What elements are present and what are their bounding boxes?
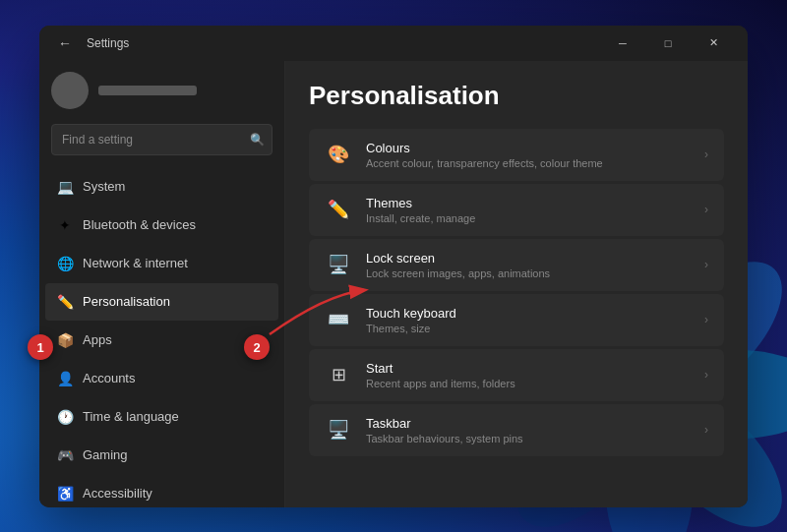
sidebar-item-label-accessibility: Accessibility <box>83 486 152 501</box>
touch-keyboard-name: Touch keyboard <box>366 306 691 321</box>
avatar <box>51 72 89 109</box>
sidebar-item-system[interactable]: 💻System <box>45 168 278 206</box>
back-button[interactable]: ← <box>51 30 79 57</box>
apps-icon: 📦 <box>57 332 73 348</box>
setting-item-touch-keyboard[interactable]: ⌨️Touch keyboardThemes, size› <box>309 294 724 346</box>
sidebar-item-label-system: System <box>83 179 125 194</box>
sidebar-item-accounts[interactable]: 👤Accounts <box>45 360 278 397</box>
colours-text: ColoursAccent colour, transparency effec… <box>366 141 691 169</box>
themes-icon: ✏️ <box>325 196 352 223</box>
sidebar-item-label-apps: Apps <box>83 332 112 347</box>
sidebar-item-apps[interactable]: 📦Apps <box>45 322 278 359</box>
sidebar-item-personalisation[interactable]: ✏️Personalisation <box>45 283 278 321</box>
start-name: Start <box>366 361 691 376</box>
touch-keyboard-text: Touch keyboardThemes, size <box>366 306 691 334</box>
start-text: StartRecent apps and items, folders <box>366 361 691 389</box>
sidebar-item-label-personalisation: Personalisation <box>83 294 170 309</box>
annotation-1: 1 <box>28 334 53 360</box>
sidebar: 🔍 💻System✦Bluetooth & devices🌐Network & … <box>39 61 285 507</box>
themes-name: Themes <box>366 196 691 210</box>
setting-item-colours[interactable]: 🎨ColoursAccent colour, transparency effe… <box>309 129 724 181</box>
accessibility-icon: ♿ <box>57 486 73 502</box>
start-chevron-icon: › <box>704 368 708 382</box>
minimize-button[interactable]: ─ <box>600 28 645 59</box>
themes-chevron-icon: › <box>704 203 708 216</box>
sidebar-nav: 💻System✦Bluetooth & devices🌐Network & in… <box>39 163 284 507</box>
touch-keyboard-chevron-icon: › <box>704 313 708 326</box>
accounts-icon: 👤 <box>57 371 73 386</box>
settings-window: ← Settings ─ □ ✕ 🔍 💻System✦Bluetooth & d… <box>39 26 748 507</box>
title-bar: ← Settings ─ □ ✕ <box>39 26 748 61</box>
close-button[interactable]: ✕ <box>691 28 736 59</box>
taskbar-desc: Taskbar behaviours, system pins <box>366 433 691 444</box>
lock-screen-text: Lock screenLock screen images, apps, ani… <box>366 251 691 279</box>
search-input[interactable] <box>51 124 272 155</box>
lock-screen-icon: 🖥️ <box>325 251 352 278</box>
setting-item-themes[interactable]: ✏️ThemesInstall, create, manage› <box>309 184 724 236</box>
taskbar-icon: 🖥️ <box>325 416 352 443</box>
colours-chevron-icon: › <box>704 148 708 161</box>
network-icon: 🌐 <box>57 256 73 271</box>
personalisation-icon: ✏️ <box>57 294 73 310</box>
title-bar-left: ← Settings <box>51 30 129 57</box>
settings-list: 🎨ColoursAccent colour, transparency effe… <box>309 129 724 456</box>
sidebar-item-label-network: Network & internet <box>83 256 188 270</box>
taskbar-chevron-icon: › <box>704 423 708 437</box>
touch-keyboard-icon: ⌨️ <box>325 306 352 333</box>
main-panel: Personalisation 🎨ColoursAccent colour, t… <box>285 61 748 507</box>
lock-screen-chevron-icon: › <box>704 258 708 271</box>
annotation-2: 2 <box>244 334 270 360</box>
colours-desc: Accent colour, transparency effects, col… <box>366 157 691 169</box>
profile-name <box>98 86 197 95</box>
profile-section <box>39 61 284 120</box>
gaming-icon: 🎮 <box>57 447 73 463</box>
touch-keyboard-desc: Themes, size <box>366 323 691 334</box>
themes-text: ThemesInstall, create, manage <box>366 196 691 224</box>
sidebar-item-label-accounts: Accounts <box>83 371 135 385</box>
bluetooth-icon: ✦ <box>57 217 73 233</box>
setting-item-start[interactable]: ⊞StartRecent apps and items, folders› <box>309 349 724 401</box>
time-icon: 🕐 <box>57 409 73 425</box>
sidebar-item-label-time: Time & language <box>83 409 179 424</box>
sidebar-item-network[interactable]: 🌐Network & internet <box>45 245 278 282</box>
start-icon: ⊞ <box>325 361 352 388</box>
window-title: Settings <box>87 36 129 50</box>
maximize-button[interactable]: □ <box>645 28 691 59</box>
lock-screen-name: Lock screen <box>366 251 691 266</box>
sidebar-item-accessibility[interactable]: ♿Accessibility <box>45 475 278 507</box>
search-box: 🔍 <box>51 124 272 155</box>
window-content: 🔍 💻System✦Bluetooth & devices🌐Network & … <box>39 61 748 507</box>
window-controls: ─ □ ✕ <box>600 28 736 59</box>
taskbar-name: Taskbar <box>366 416 691 431</box>
themes-desc: Install, create, manage <box>366 212 691 224</box>
search-icon: 🔍 <box>250 133 265 147</box>
sidebar-item-label-bluetooth: Bluetooth & devices <box>83 217 196 232</box>
system-icon: 💻 <box>57 179 73 195</box>
sidebar-item-bluetooth[interactable]: ✦Bluetooth & devices <box>45 207 278 244</box>
sidebar-item-label-gaming: Gaming <box>83 447 128 462</box>
sidebar-item-time[interactable]: 🕐Time & language <box>45 398 278 436</box>
taskbar-text: TaskbarTaskbar behaviours, system pins <box>366 416 691 444</box>
sidebar-item-gaming[interactable]: 🎮Gaming <box>45 437 278 474</box>
lock-screen-desc: Lock screen images, apps, animations <box>366 267 691 279</box>
colours-name: Colours <box>366 141 691 155</box>
colours-icon: 🎨 <box>325 141 352 168</box>
setting-item-taskbar[interactable]: 🖥️TaskbarTaskbar behaviours, system pins… <box>309 404 724 456</box>
page-title: Personalisation <box>309 81 724 111</box>
start-desc: Recent apps and items, folders <box>366 378 691 389</box>
setting-item-lock-screen[interactable]: 🖥️Lock screenLock screen images, apps, a… <box>309 239 724 291</box>
